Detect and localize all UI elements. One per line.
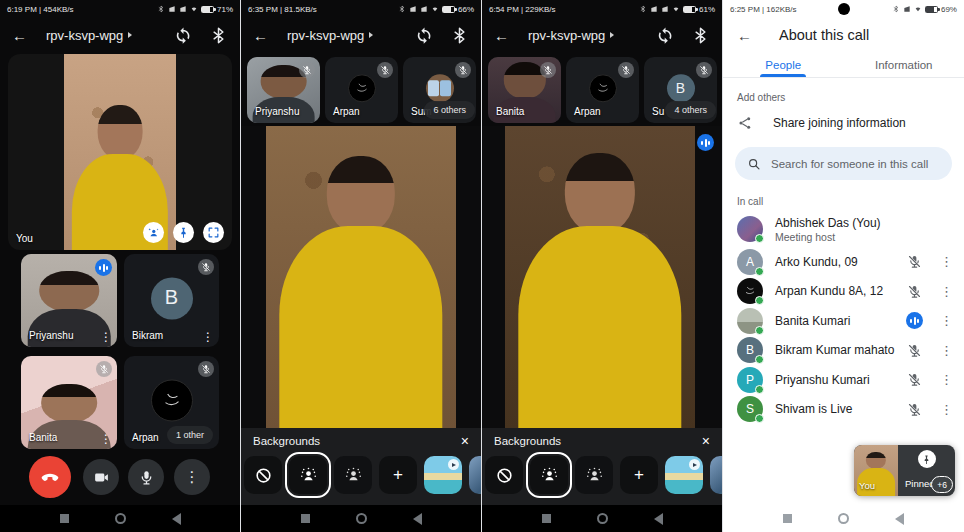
option-full-blur[interactable] [334,456,372,494]
option-image-background[interactable] [469,456,482,494]
nav-recents-button[interactable] [542,514,551,523]
share-joining-info-row[interactable]: Share joining information [723,107,964,139]
nav-home-button[interactable] [838,513,849,524]
thumb-banita[interactable]: Banita [488,57,561,123]
participant-tile-banita[interactable]: Banita ⋮ [21,356,117,449]
row-overflow-icon[interactable]: ⋮ [940,284,950,299]
option-slight-blur[interactable] [530,456,568,494]
row-overflow-icon[interactable]: ⋮ [940,402,950,417]
close-icon[interactable]: × [461,433,469,449]
nav-home-button[interactable] [356,513,367,524]
picture-in-picture[interactable]: You Pinned +6 [854,445,955,496]
bluetooth-audio-icon[interactable] [450,26,469,45]
nav-back-button[interactable] [172,513,181,525]
row-overflow-icon[interactable]: ⋮ [940,343,950,358]
thumb-arpan[interactable]: Arpan [566,57,639,123]
list-item-arko[interactable]: A Arko Kundu, 09 ⋮ [723,247,964,277]
option-add-background[interactable]: + [379,456,417,494]
sheet-title: Backgrounds [494,435,561,447]
nav-back-button[interactable] [895,513,904,525]
switch-camera-icon[interactable] [174,26,193,45]
nav-recents-button[interactable] [301,514,310,523]
bluetooth-audio-icon[interactable] [691,26,710,45]
wifi-icon [190,5,198,13]
participant-tile-bikram[interactable]: B Bikram ⋮ [124,254,219,347]
background-effects-button[interactable] [143,222,164,243]
mic-off-icon[interactable] [907,343,922,358]
nav-back-button[interactable] [413,513,422,525]
nav-recents-button[interactable] [60,514,69,523]
row-overflow-icon[interactable]: ⋮ [940,313,950,328]
back-icon[interactable]: ← [494,27,518,44]
meeting-code[interactable]: rpv-ksvp-wpg [46,28,132,43]
others-count-pill[interactable]: 6 others [424,101,475,119]
meeting-code[interactable]: rpv-ksvp-wpg [287,28,373,43]
nav-recents-button[interactable] [783,514,792,523]
option-full-blur[interactable] [575,456,613,494]
participant-name: Bikram [132,330,163,341]
search-field[interactable] [735,147,952,180]
others-count-pill[interactable]: 1 other [167,426,213,444]
option-beach-background[interactable] [665,456,703,494]
back-icon[interactable]: ← [737,27,761,44]
row-overflow-icon[interactable]: ⋮ [940,254,950,269]
list-item-bikram[interactable]: B Bikram Kumar mahato ⋮ [723,336,964,366]
signal-icon [903,5,911,13]
option-image-background[interactable] [710,456,723,494]
thumb-arpan[interactable]: Arpan [325,57,398,123]
bluetooth-audio-icon[interactable] [209,26,228,45]
row-overflow-icon[interactable]: ⋮ [940,372,950,387]
tab-information[interactable]: Information [844,52,964,77]
mic-off-icon[interactable] [907,254,922,269]
pin-button[interactable] [173,222,194,243]
list-item-arpan[interactable]: Arpan Kundu 8A, 12 ⋮ [723,277,964,307]
bluetooth-status-icon [398,5,406,13]
in-call-label: In call [723,180,964,211]
back-icon[interactable]: ← [12,27,36,44]
screen-about-this-call: 6:25 PM | 162KB/s 69% ← About this call … [723,0,964,532]
sheet-title: Backgrounds [253,435,320,447]
camera-toggle-button[interactable] [83,459,119,495]
mic-toggle-button[interactable] [128,459,164,495]
option-no-background[interactable] [244,456,282,494]
thumb-others[interactable]: Sum 6 others [403,57,476,123]
list-item-shivam[interactable]: S Shivam is Live ⋮ [723,395,964,425]
tile-overflow-icon[interactable]: ⋮ [202,331,214,343]
back-icon[interactable]: ← [253,27,277,44]
nav-home-button[interactable] [115,513,126,524]
list-item-abhishek[interactable]: Abhishek Das (You)Meeting host [723,211,964,247]
close-icon[interactable]: × [702,433,710,449]
search-input[interactable] [771,158,940,170]
more-options-button[interactable]: ⋮ [174,459,210,495]
participant-name: Su [652,106,664,117]
nav-home-button[interactable] [597,513,608,524]
participant-tile-priyanshu[interactable]: Priyanshu ⋮ [21,254,117,347]
mic-off-icon[interactable] [907,372,922,387]
self-video-tile[interactable]: You [8,54,232,250]
main-video-stage[interactable] [241,126,482,428]
end-call-button[interactable] [29,456,71,498]
option-slight-blur[interactable] [289,456,327,494]
switch-camera-icon[interactable] [656,26,675,45]
option-no-background[interactable] [485,456,523,494]
list-item-banita[interactable]: Banita Kumari ⋮ [723,306,964,336]
thumb-others[interactable]: B Su 4 others [644,57,717,123]
mic-off-icon[interactable] [907,284,922,299]
option-beach-background[interactable] [424,456,462,494]
switch-camera-icon[interactable] [415,26,434,45]
tile-overflow-icon[interactable]: ⋮ [100,433,112,445]
mic-off-icon[interactable] [907,402,922,417]
fullscreen-button[interactable] [203,222,224,243]
participant-tile-arpan[interactable]: Arpan 1 other [124,356,219,449]
others-count-pill[interactable]: 4 others [665,101,716,119]
meeting-code[interactable]: rpv-ksvp-wpg [528,28,614,43]
tile-overflow-icon[interactable]: ⋮ [100,331,112,343]
main-video-stage[interactable] [482,126,723,428]
thumb-priyanshu[interactable]: Priyanshu [247,57,320,123]
nav-back-button[interactable] [654,513,663,525]
option-add-background[interactable]: + [620,456,658,494]
self-video [64,54,176,250]
tab-people[interactable]: People [723,52,844,77]
battery-icon [925,6,938,13]
list-item-priyanshu[interactable]: P Priyanshu Kumari ⋮ [723,365,964,395]
